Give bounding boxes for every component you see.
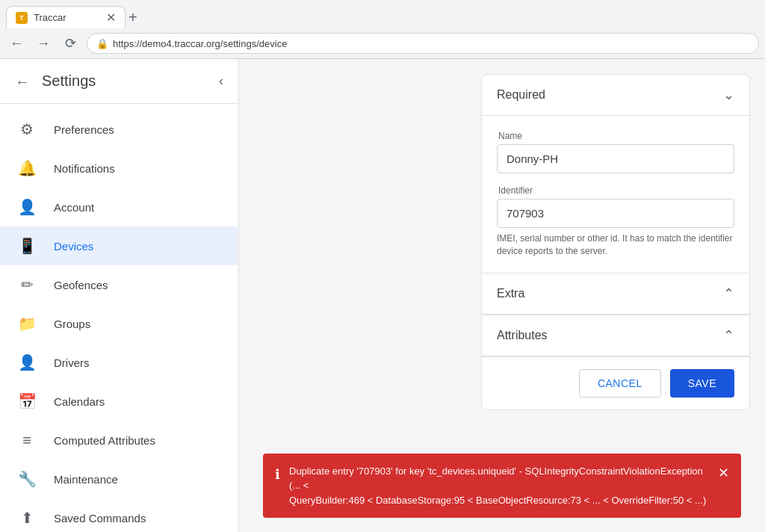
sidebar-item-account[interactable]: 👤 Account bbox=[0, 188, 238, 226]
sidebar-header: ← Settings ‹ bbox=[0, 59, 238, 104]
identifier-label: Identifier bbox=[497, 185, 734, 196]
drivers-icon: 👤 bbox=[18, 353, 36, 371]
address-bar: ← → ⟳ 🔒 https://demo4.traccar.org/settin… bbox=[0, 28, 765, 58]
extra-section-expand-icon: ⌃ bbox=[723, 285, 734, 302]
sidebar-item-maintenance-label: Maintenance bbox=[54, 473, 118, 486]
notifications-icon: 🔔 bbox=[18, 159, 36, 177]
sidebar-back-button[interactable]: ← bbox=[15, 74, 30, 89]
identifier-hint: IMEI, serial number or other id. It has … bbox=[497, 232, 734, 258]
calendars-icon: 📅 bbox=[18, 392, 36, 410]
name-input[interactable] bbox=[497, 144, 734, 173]
sidebar-item-preferences-label: Preferences bbox=[54, 123, 114, 136]
maintenance-icon: 🔧 bbox=[18, 470, 36, 488]
sidebar-item-notifications-label: Notifications bbox=[54, 162, 115, 175]
required-section-header[interactable]: Required ⌄ bbox=[482, 75, 749, 116]
tab-favicon: T bbox=[16, 12, 28, 24]
sidebar-item-devices-label: Devices bbox=[54, 240, 93, 253]
tab-close-button[interactable]: ✕ bbox=[106, 12, 116, 24]
error-toast-text: Duplicate entry '707903' for key 'tc_dev… bbox=[289, 464, 709, 508]
sidebar-item-groups-label: Groups bbox=[54, 318, 90, 330]
new-tab-button[interactable]: + bbox=[128, 10, 137, 25]
attributes-section-header[interactable]: Attributes ⌃ bbox=[482, 315, 749, 356]
sidebar-item-account-label: Account bbox=[54, 201, 94, 214]
tab-title: Traccar bbox=[34, 12, 66, 23]
extra-section-title: Extra bbox=[497, 287, 524, 300]
active-tab[interactable]: T Traccar ✕ bbox=[6, 6, 126, 28]
sidebar-item-geofences[interactable]: ✏ Geofences bbox=[0, 265, 238, 304]
sidebar-item-saved-commands-label: Saved Commands bbox=[54, 512, 146, 525]
url-bar[interactable]: 🔒 https://demo4.traccar.org/settings/dev… bbox=[87, 33, 759, 54]
sidebar-collapse-button[interactable]: ‹ bbox=[219, 73, 223, 89]
sidebar: ← Settings ‹ ⚙ Preferences 🔔 Notificatio… bbox=[0, 59, 239, 532]
refresh-button[interactable]: ⟳ bbox=[60, 33, 81, 54]
account-icon: 👤 bbox=[18, 198, 36, 216]
devices-icon: 📱 bbox=[18, 237, 36, 255]
sidebar-item-preferences[interactable]: ⚙ Preferences bbox=[0, 110, 238, 149]
preferences-icon: ⚙ bbox=[18, 120, 36, 138]
groups-icon: 📁 bbox=[18, 315, 36, 332]
attributes-section-title: Attributes bbox=[497, 329, 548, 342]
required-section-title: Required bbox=[497, 88, 545, 102]
extra-section: Extra ⌃ bbox=[482, 273, 749, 315]
error-toast: ℹ Duplicate entry '707903' for key 'tc_d… bbox=[263, 454, 741, 519]
sidebar-item-groups[interactable]: 📁 Groups bbox=[0, 304, 238, 343]
browser-chrome: T Traccar ✕ + ← → ⟳ 🔒 https://demo4.trac… bbox=[0, 0, 765, 59]
main-content: Required ⌄ Name Identifier IMEI, serial … bbox=[239, 59, 765, 532]
attributes-section: Attributes ⌃ bbox=[482, 315, 749, 356]
sidebar-item-calendars[interactable]: 📅 Calendars bbox=[0, 382, 238, 421]
sidebar-title: Settings bbox=[42, 72, 219, 90]
sidebar-item-computed-attributes[interactable]: ≡ Computed Attributes bbox=[0, 421, 238, 460]
sidebar-item-devices[interactable]: 📱 Devices bbox=[0, 226, 238, 265]
required-section-content: Name Identifier IMEI, serial number or o… bbox=[482, 116, 749, 273]
lock-icon: 🔒 bbox=[96, 38, 108, 49]
url-text: https://demo4.traccar.org/settings/devic… bbox=[113, 38, 287, 49]
forward-button[interactable]: → bbox=[33, 33, 54, 54]
name-field-group: Name bbox=[497, 131, 734, 173]
sidebar-item-saved-commands[interactable]: ⬆ Saved Commands bbox=[0, 498, 238, 532]
name-label: Name bbox=[497, 131, 734, 141]
app-container: ← Settings ‹ ⚙ Preferences 🔔 Notificatio… bbox=[0, 59, 765, 532]
sidebar-item-notifications[interactable]: 🔔 Notifications bbox=[0, 149, 238, 188]
action-row: CANCEL SAVE bbox=[482, 356, 749, 409]
sidebar-item-geofences-label: Geofences bbox=[54, 279, 108, 291]
error-toast-icon: ℹ bbox=[275, 465, 280, 485]
sidebar-item-drivers-label: Drivers bbox=[54, 356, 90, 369]
computed-attributes-icon: ≡ bbox=[18, 432, 36, 449]
sidebar-nav: ⚙ Preferences 🔔 Notifications 👤 Account … bbox=[0, 104, 238, 532]
sidebar-item-drivers[interactable]: 👤 Drivers bbox=[0, 343, 238, 382]
extra-section-header[interactable]: Extra ⌃ bbox=[482, 273, 749, 315]
error-toast-close-button[interactable]: ✕ bbox=[718, 465, 729, 481]
identifier-field-group: Identifier IMEI, serial number or other … bbox=[497, 185, 734, 258]
cancel-button[interactable]: CANCEL bbox=[579, 369, 661, 398]
sidebar-item-computed-attributes-label: Computed Attributes bbox=[54, 434, 155, 447]
back-button[interactable]: ← bbox=[6, 33, 27, 54]
sidebar-item-maintenance[interactable]: 🔧 Maintenance bbox=[0, 460, 238, 498]
sidebar-item-calendars-label: Calendars bbox=[54, 395, 105, 408]
save-button[interactable]: SAVE bbox=[670, 369, 734, 398]
error-line1: Duplicate entry '707903' for key 'tc_dev… bbox=[289, 464, 709, 493]
error-line2: QueryBuilder:469 < DatabaseStorage:95 < … bbox=[289, 493, 709, 508]
identifier-input[interactable] bbox=[497, 199, 734, 228]
tab-bar: T Traccar ✕ + bbox=[0, 0, 765, 28]
required-section-collapse-icon: ⌄ bbox=[723, 87, 734, 103]
attributes-section-expand-icon: ⌃ bbox=[723, 327, 734, 344]
form-card: Required ⌄ Name Identifier IMEI, serial … bbox=[481, 74, 750, 410]
saved-commands-icon: ⬆ bbox=[18, 509, 36, 527]
geofences-icon: ✏ bbox=[18, 276, 36, 294]
